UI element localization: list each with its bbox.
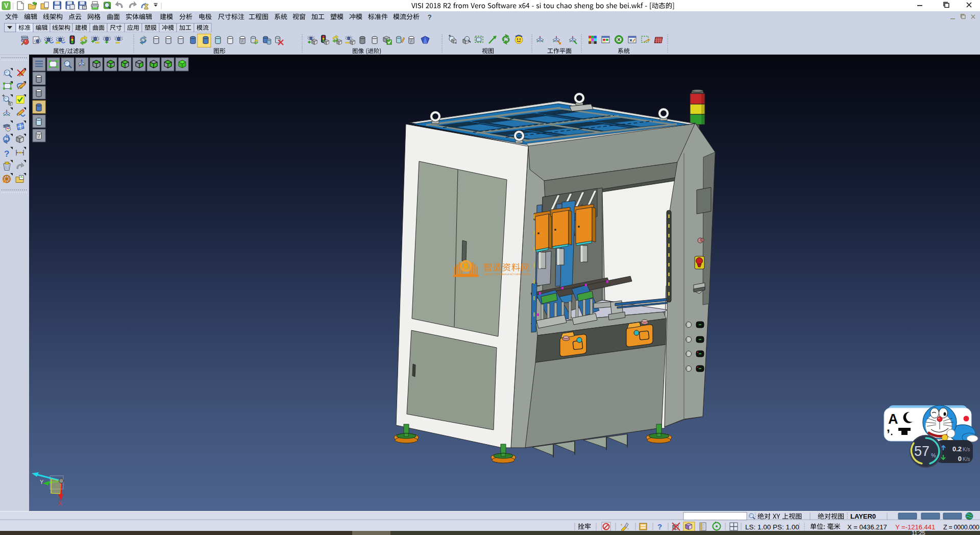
svg-text:Z = 0000.000: Z = 0000.000 — [943, 524, 979, 531]
svg-text:?: ? — [657, 522, 662, 531]
svg-text:0: 0 — [958, 455, 962, 463]
svg-text:?: ? — [428, 13, 431, 21]
svg-text:K/s: K/s — [963, 447, 970, 452]
svg-text:X = 0436.217: X = 0436.217 — [847, 523, 887, 531]
svg-text:K/s: K/s — [963, 456, 970, 462]
svg-text:LS: 1.00 PS: 1.00: LS: 1.00 PS: 1.00 — [745, 523, 799, 531]
svg-text:,: , — [887, 420, 890, 434]
svg-text:?: ? — [4, 149, 9, 159]
svg-text:X: X — [58, 500, 62, 506]
svg-text:0.2: 0.2 — [952, 445, 962, 453]
svg-text:%: % — [931, 452, 936, 458]
svg-text:LAYER0: LAYER0 — [850, 513, 876, 520]
svg-text:57: 57 — [914, 444, 929, 459]
svg-text:Y: Y — [40, 479, 44, 485]
svg-text:11:25: 11:25 — [912, 530, 925, 535]
